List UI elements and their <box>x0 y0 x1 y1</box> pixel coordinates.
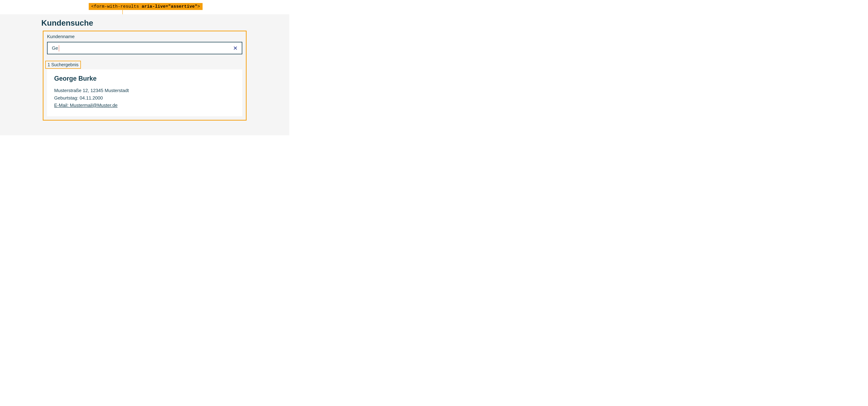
page-title: Kundensuche <box>41 19 247 27</box>
annotation-suffix: > <box>197 4 200 9</box>
text-cursor <box>59 45 59 52</box>
customer-name-label: Kundenname <box>47 34 242 39</box>
aria-live-annotation: <form-with-results aria-live="assertive"… <box>89 3 203 10</box>
annotation-bold: aria-live="assertive" <box>142 4 197 9</box>
result-address: Musterstraße 12, 12345 Musterstadt <box>54 87 235 94</box>
results-count-box: 1 Suchergebnis <box>45 61 81 69</box>
form-with-results: Kundenname 1 Suchergebnis George Burke M… <box>43 31 247 121</box>
results-count-text: 1 Suchergebnis <box>48 62 79 67</box>
result-birthday: Geburtstag: 04.11.2000 <box>54 94 235 102</box>
result-email-link[interactable]: E-Mail: Mustermail@Muster.de <box>54 102 235 109</box>
annotation-prefix: <form-with-results <box>91 4 142 9</box>
search-input-wrapper <box>47 42 242 54</box>
customer-search-input[interactable] <box>52 45 233 51</box>
content-panel: Kundensuche Kundenname 1 Suchergebnis Ge… <box>0 14 289 135</box>
result-card[interactable]: George Burke Musterstraße 12, 12345 Must… <box>47 69 242 116</box>
clear-input-icon[interactable] <box>233 46 238 50</box>
result-customer-name: George Burke <box>54 75 235 82</box>
